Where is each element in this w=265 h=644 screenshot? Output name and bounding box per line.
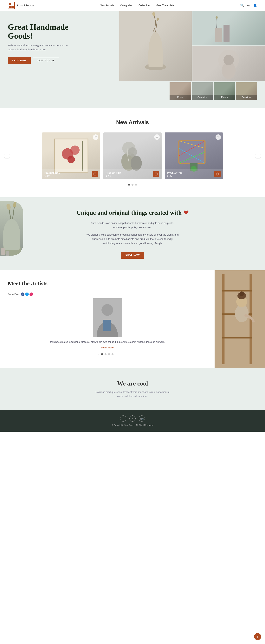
artist-dot-1[interactable]	[101, 353, 103, 355]
svg-rect-41	[222, 337, 252, 338]
artist-instagram-icon[interactable]: i	[29, 292, 33, 296]
category-ceramics[interactable]: Ceramics	[192, 82, 213, 100]
add-to-cart-1[interactable]	[92, 171, 98, 177]
about-heart: ❤	[183, 209, 189, 216]
svg-point-1	[152, 12, 156, 16]
about-section: Unique and original things created with …	[0, 197, 265, 270]
artist-social-icons: f t i	[21, 292, 33, 296]
carousel-next-button[interactable]: ›	[255, 153, 261, 159]
hero-images	[119, 11, 265, 81]
logo-icon	[8, 2, 15, 9]
artist-name: John Doe	[8, 293, 19, 296]
artist-prev-button[interactable]: ‹	[98, 352, 99, 356]
new-arrivals-title: New Arrivals	[8, 119, 257, 126]
svg-point-45	[239, 292, 244, 296]
category-furniture-label: Furniture	[236, 95, 257, 100]
footer-facebook-icon[interactable]: f	[120, 416, 126, 422]
learn-more-link[interactable]: Learn More	[101, 346, 114, 349]
carousel-dot-2[interactable]	[132, 184, 133, 186]
footer-socials: f t 📷	[8, 416, 257, 422]
product-card-1[interactable]: ♡ Product Title $ .59	[42, 132, 100, 179]
hero-image-vases	[119, 11, 192, 81]
product-price-3: $ .59	[167, 174, 182, 177]
about-title: Unique and original things created with …	[8, 209, 257, 216]
wishlist-button-1[interactable]: ♡	[93, 134, 98, 140]
product-info-1: Product Title $ .59	[42, 169, 100, 179]
carousel-dot-1[interactable]	[128, 184, 130, 186]
about-shop-now-button[interactable]: SHOP NOW	[121, 252, 144, 259]
svg-point-18	[128, 148, 137, 157]
logo[interactable]: Yum Goods	[8, 2, 34, 9]
footer-twitter-icon[interactable]: t	[129, 416, 136, 422]
svg-point-30	[13, 202, 17, 208]
cart-icon[interactable]: 🛍	[247, 4, 250, 7]
svg-rect-4	[224, 25, 230, 42]
artist-dot-4[interactable]	[112, 353, 113, 355]
product-card-3[interactable]: ♡ Product Title $ .59	[165, 132, 223, 179]
artist-facebook-icon[interactable]: f	[21, 292, 24, 296]
hero-text: Great Handmade Goods! Make an original a…	[8, 22, 74, 64]
search-icon[interactable]: 🔍	[240, 4, 244, 7]
svg-rect-3	[215, 28, 222, 42]
svg-point-29	[6, 203, 11, 210]
nav-collection[interactable]: Collection	[139, 4, 150, 7]
carousel-dots	[8, 184, 257, 186]
svg-point-5	[216, 16, 218, 19]
about-para1: Yum Goods is an online shop that sells h…	[86, 221, 179, 230]
cool-section: We are cool Noluisse similique consul vo…	[0, 368, 265, 410]
nav-categories[interactable]: Categories	[120, 4, 132, 7]
svg-rect-32	[6, 251, 9, 256]
hero-buttons: SHOP NOW CONTACT US	[8, 57, 74, 64]
category-furniture[interactable]: Furniture	[236, 82, 257, 100]
contact-us-button[interactable]: CONTACT US	[33, 57, 59, 64]
category-plants[interactable]: Plants	[214, 82, 235, 100]
account-icon[interactable]: 👤	[253, 4, 257, 7]
meet-title: Meet the Artists	[8, 280, 207, 287]
footer-copyright: © Copyright. Yum Goods All Right Reserve…	[8, 424, 257, 426]
shop-now-button[interactable]: SHOP NOW	[8, 57, 31, 64]
svg-rect-35	[103, 320, 111, 331]
nav-new-arrivals[interactable]: New Arrivals	[100, 4, 114, 7]
hero-title: Great Handmade Goods!	[8, 22, 74, 40]
meet-right-image	[215, 270, 265, 368]
nav-meet-artists[interactable]: Meet The Artists	[156, 4, 174, 7]
svg-point-12	[67, 156, 75, 163]
wishlist-button-2[interactable]: ♡	[154, 134, 160, 140]
products-carousel: ‹ ♡ Product Title $ .59	[8, 132, 257, 179]
svg-rect-39	[222, 290, 252, 292]
svg-point-16	[131, 156, 142, 171]
svg-rect-20	[179, 141, 205, 163]
footer-instagram-icon[interactable]: 📷	[139, 416, 145, 422]
svg-point-34	[101, 304, 113, 316]
product-card-2[interactable]: ♡ Product Title $ .59	[103, 132, 162, 179]
svg-rect-31	[1, 248, 5, 254]
wishlist-button-3[interactable]: ♡	[216, 134, 221, 140]
artist-carousel-controls: ‹ ›	[8, 352, 207, 356]
meet-left-panel: Meet the Artists John Doe f t i John Doe…	[0, 270, 215, 368]
hero-image-top-right	[193, 11, 265, 46]
carousel-dot-3[interactable]	[135, 184, 137, 186]
category-prints[interactable]: Prints	[170, 82, 191, 100]
product-name-3: Product Title	[167, 172, 182, 174]
add-to-cart-2[interactable]	[153, 171, 159, 177]
hero-section: Great Handmade Goods! Make an original a…	[0, 11, 265, 81]
footer: f t 📷 © Copyright. Yum Goods All Right R…	[0, 410, 265, 432]
product-name-1: Product Title	[44, 172, 60, 174]
products-row: ♡ Product Title $ .59	[8, 132, 257, 179]
artist-dot-2[interactable]	[105, 353, 106, 355]
artist-name-row: John Doe f t i	[8, 292, 207, 296]
product-name-2: Product Title	[106, 172, 121, 174]
artist-next-button[interactable]: ›	[115, 352, 116, 356]
hero-subtitle: Make an original and unique gift. Choose…	[8, 44, 74, 52]
product-info-3: Product Title $ .59	[165, 169, 223, 179]
svg-point-8	[224, 55, 234, 65]
artist-card: John Doe f t i John Doe creates exceptio…	[8, 292, 207, 349]
category-plants-label: Plants	[214, 95, 235, 100]
product-price-2: $ .59	[106, 174, 121, 177]
artist-dot-3[interactable]	[108, 353, 110, 355]
svg-rect-37	[222, 274, 225, 364]
carousel-prev-button[interactable]: ‹	[4, 153, 10, 159]
artist-twitter-icon[interactable]: t	[25, 292, 29, 296]
artist-photo	[93, 298, 122, 337]
add-to-cart-3[interactable]	[214, 171, 221, 177]
